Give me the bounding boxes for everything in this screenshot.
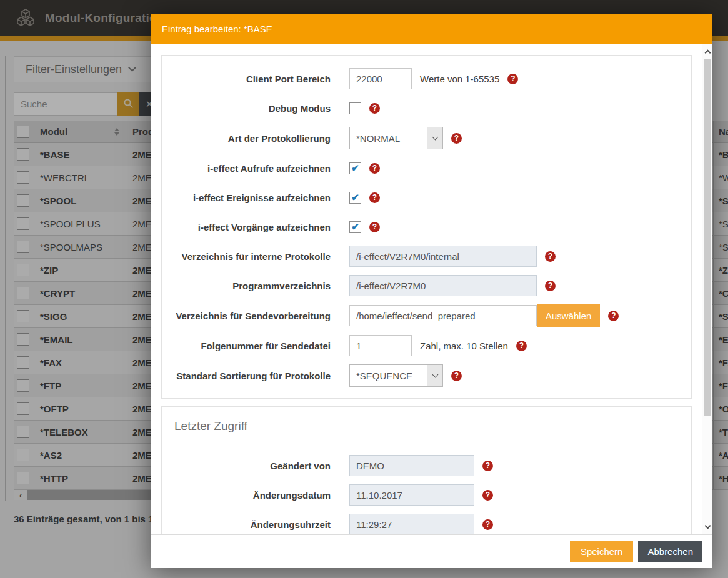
protokollierung-select[interactable]: *NORMAL [349,127,443,149]
geaendert-von-input [349,455,474,476]
modal-title: Eintrag bearbeiten: *BASE [162,24,272,34]
interne-protokolle-input [349,246,537,267]
chevron-down-icon [427,127,442,149]
aenderungsdatum-label: Änderungsdatum [162,490,331,501]
help-icon[interactable]: ? [369,163,380,174]
page: Modul-Konfiguration Filter-Einstellungen… [0,0,728,578]
client-port-hint: Werte von 1-65535 [420,74,499,84]
help-icon[interactable]: ? [545,251,556,262]
sortierung-label: Standard Sortierung für Protokolle [162,371,331,381]
modal-vertical-scrollbar[interactable] [702,44,712,534]
help-icon[interactable]: ? [451,371,462,381]
form-row-geaendert-von: Geändert von ? [162,455,691,476]
protokollierung-label: Art der Protokollierung [162,133,331,144]
folgenummer-hint: Zahl, max. 10 Stellen [420,341,508,351]
vorgaenge-checkbox[interactable] [349,221,361,233]
ereignisse-checkbox[interactable] [349,192,361,204]
programmverzeichnis-input [349,275,537,296]
vertical-scrollbar-thumb[interactable] [704,59,711,416]
chevron-down-icon [427,365,442,386]
help-icon[interactable]: ? [369,192,380,203]
form-row-sendevorbereitung: Verzeichnis für Sendevorbereitung Auswäh… [162,304,691,327]
programmverzeichnis-label: Programmverzeichnis [162,281,331,291]
client-port-label: Client Port Bereich [162,74,331,84]
aenderungsuhrzeit-label: Änderungsuhrzeit [162,519,331,530]
scroll-up-arrow-icon[interactable] [702,46,712,56]
form-row-aufrufe: i-effect Aufrufe aufzeichnen ? [162,157,691,179]
letzter-zugriff-title: Letzter Zugriff [162,407,691,442]
vorgaenge-label: i-effect Vorgänge aufzeichnen [162,222,331,232]
form-row-vorgaenge: i-effect Vorgänge aufzeichnen ? [162,216,691,237]
form-row-aenderungsuhrzeit: Änderungsuhrzeit ? [162,514,691,534]
help-icon[interactable]: ? [545,281,556,291]
debug-label: Debug Modus [162,103,331,114]
debug-checkbox[interactable] [349,102,361,114]
geaendert-von-label: Geändert von [162,461,331,471]
sendevorbereitung-input[interactable] [349,305,537,326]
interne-protokolle-label: Verzeichnis für interne Protokolle [162,251,331,262]
form-row-protokollierung: Art der Protokollierung *NORMAL ? [162,127,691,149]
modal-body: Client Port Bereich Werte von 1-65535 ? … [151,44,712,534]
help-icon[interactable]: ? [507,74,518,84]
folgenummer-label: Folgenummer für Sendedatei [162,341,331,351]
help-icon[interactable]: ? [516,341,527,351]
aenderungsuhrzeit-input [349,514,474,534]
client-port-input[interactable] [349,68,412,89]
help-icon[interactable]: ? [369,222,380,232]
scroll-down-arrow-icon[interactable] [702,522,712,532]
cancel-button[interactable]: Abbrechen [638,541,702,562]
help-icon[interactable]: ? [369,103,380,114]
sortierung-select[interactable]: *SEQUENCE [349,364,443,387]
form-row-interne-protokolle: Verzeichnis für interne Protokolle ? [162,246,691,267]
save-button[interactable]: Speichern [570,541,634,562]
modal-header: Eintrag bearbeiten: *BASE [151,14,712,44]
help-icon[interactable]: ? [482,490,493,501]
form-row-sortierung: Standard Sortierung für Protokolle *SEQU… [162,364,691,387]
form-row-debug: Debug Modus ? [162,97,691,119]
form-row-folgenummer: Folgenummer für Sendedatei Zahl, max. 10… [162,335,691,356]
form-row-aenderungsdatum: Änderungsdatum ? [162,484,691,506]
aenderungsdatum-input [349,484,474,506]
aufrufe-checkbox[interactable] [349,162,361,174]
form-row-client-port: Client Port Bereich Werte von 1-65535 ? [162,68,691,89]
form-row-ereignisse: i-effect Ereignisse aufzeichnen ? [162,187,691,208]
help-icon[interactable]: ? [482,519,493,530]
edit-entry-modal: Eintrag bearbeiten: *BASE Client Port Be… [151,14,712,568]
aufrufe-label: i-effect Aufrufe aufzeichnen [162,163,331,174]
help-icon[interactable]: ? [451,133,462,144]
help-icon[interactable]: ? [482,461,493,471]
settings-panel: Client Port Bereich Werte von 1-65535 ? … [161,55,692,399]
help-icon[interactable]: ? [608,311,619,321]
modal-footer: Speichern Abbrechen [151,534,712,568]
ereignisse-label: i-effect Ereignisse aufzeichnen [162,192,331,203]
sendevorbereitung-label: Verzeichnis für Sendevorbereitung [162,311,331,321]
letzter-zugriff-panel: Letzter Zugriff Geändert von ? Änderungs… [161,406,692,534]
form-row-programmverzeichnis: Programmverzeichnis ? [162,275,691,296]
folgenummer-input[interactable] [349,335,412,356]
choose-directory-button[interactable]: Auswählen [537,304,600,327]
